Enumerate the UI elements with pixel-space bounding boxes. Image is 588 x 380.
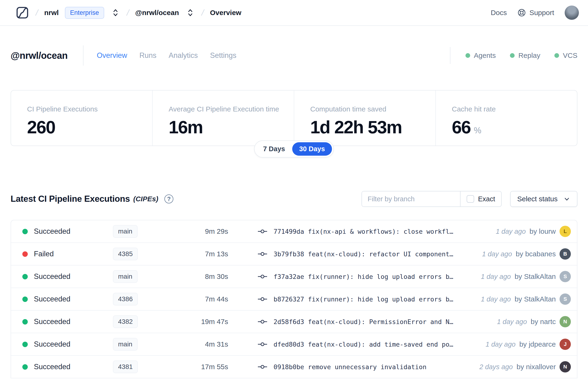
git-commit-icon [258,296,267,303]
support-link[interactable]: Support [517,8,554,17]
status-label: Succeeded [34,340,70,348]
time-ago: 1 day ago [497,318,527,326]
table-row[interactable]: Succeeded main 8m 30s f37a32ae fix(runne… [11,266,577,288]
stat-card-cache-hit-rate: Cache hit rate 66 % [435,91,577,146]
chevron-down-icon [563,195,570,203]
branch-badge[interactable]: main [113,270,138,283]
tab-settings[interactable]: Settings [210,51,236,60]
git-commit-icon [258,341,267,347]
author: by lourw [530,228,556,235]
status-dot [22,274,28,279]
table-row[interactable]: Succeeded 4382 19m 47s 2d58f6d3 feat(nx-… [11,311,577,333]
current-page-name: Overview [210,9,241,17]
time-ago: 1 day ago [482,250,512,258]
branch-filter-input[interactable] [362,191,460,207]
table-row[interactable]: Succeeded main 4m 31s dfed80d3 feat(nx-c… [11,333,577,356]
life-buoy-icon [517,8,526,17]
commit-message[interactable]: 2d58f6d3 feat(nx-cloud): PermissionError… [274,318,453,325]
status-dot [22,319,28,324]
status-label: Succeeded [34,362,70,371]
duration: 9m 29s [167,228,228,235]
tab-analytics[interactable]: Analytics [169,51,198,60]
help-icon[interactable]: ? [164,194,173,203]
workspace-switcher-button[interactable] [185,6,195,19]
time-ago: 1 day ago [481,273,511,281]
tab-overview[interactable]: Overview [97,51,127,60]
author-avatar: N [560,361,571,373]
org-switcher-button[interactable] [110,6,121,19]
duration: 4m 31s [167,340,228,348]
duration: 7m 13s [167,250,228,258]
stat-card-ci-pipeline-executions: CI Pipeline Executions 260 [11,91,152,146]
workspace-tabs: Overview Runs Analytics Settings [97,51,236,60]
exact-match-toggle[interactable]: Exact [460,191,501,207]
feature-agents: Agents [465,52,496,59]
commit-message[interactable]: b8726327 fix(runner): hide log upload er… [274,296,453,303]
branch-filter-group: Exact [361,191,502,207]
time-ago: 1 day ago [486,341,515,348]
duration: 8m 30s [167,272,228,281]
green-status-dot [465,53,470,58]
feature-status-group: Agents Replay VCS [450,47,577,64]
time-ago: 2 days ago [479,363,513,371]
author: by nartc [531,318,556,326]
cipe-table: Succeeded main 9m 29s 771499da fix(nx-ap… [11,220,577,378]
branch-badge[interactable]: 4382 [113,315,138,328]
status-label: Succeeded [34,295,70,303]
user-avatar[interactable] [565,5,579,20]
author-avatar: S [560,293,571,305]
support-label: Support [530,9,554,17]
author: by bcabanes [516,250,556,258]
git-commit-icon [258,273,267,280]
git-commit-icon [258,251,267,257]
toggle-30-days[interactable]: 30 Days [292,142,332,156]
enterprise-badge: Enterprise [65,7,104,19]
table-row[interactable]: Succeeded 4381 17m 55s 0918b0be remove u… [11,356,577,378]
author: by StalkAltan [515,272,556,281]
commit-message[interactable]: 771499da fix(nx-api & workflows): close … [274,228,453,235]
status-dot [22,364,28,370]
author-avatar: N [560,316,571,327]
stats-card-row: CI Pipeline Executions 260 Average CI Pi… [11,90,577,146]
commit-message[interactable]: f37a32ae fix(runner): hide log upload er… [274,273,453,280]
table-row[interactable]: Failed 4385 7m 13s 3b79fb38 feat(nx-clou… [11,243,577,266]
nx-cloud-logo-icon[interactable] [15,5,30,20]
branch-badge[interactable]: main [113,225,138,238]
branch-badge[interactable]: 4381 [113,361,138,373]
author-avatar: J [560,339,571,350]
section-title: Latest CI Pipeline Executions [11,194,130,204]
author: by StalkAltan [515,295,556,303]
section-subtitle: (CIPEs) [133,195,158,203]
status-select-dropdown[interactable]: Select status [510,191,577,207]
feature-vcs: VCS [554,52,577,59]
status-label: Succeeded [34,318,70,326]
page-title: @nrwl/ocean [11,50,68,61]
table-row[interactable]: Succeeded main 9m 29s 771499da fix(nx-ap… [11,220,577,243]
commit-message[interactable]: 0918b0be remove unnecessary invalidation [274,363,426,371]
tab-runs[interactable]: Runs [139,51,156,60]
status-dot [22,297,28,302]
topbar-actions: Docs Support [491,5,579,20]
branch-badge[interactable]: main [113,338,138,351]
exact-checkbox[interactable] [467,195,474,203]
commit-message[interactable]: 3b79fb38 feat(nx-cloud): refactor UI com… [274,250,453,258]
exact-label: Exact [478,195,495,203]
time-ago: 1 day ago [496,228,526,235]
table-row[interactable]: Succeeded 4386 7m 44s b8726327 fix(runne… [11,288,577,311]
percent-unit: % [474,126,481,135]
green-status-dot [554,53,559,58]
time-ago: 1 day ago [481,295,511,303]
workspace-name[interactable]: @nrwl/ocean [135,9,179,17]
author-avatar: S [560,271,571,282]
branch-badge[interactable]: 4386 [113,293,138,305]
commit-message[interactable]: dfed80d3 feat(nx-cloud): add time-saved … [274,341,453,348]
status-label: Succeeded [34,272,70,281]
breadcrumb-separator: / [35,8,39,18]
branch-badge[interactable]: 4385 [113,247,138,260]
docs-link[interactable]: Docs [491,9,507,17]
status-dot [22,229,28,234]
author-avatar: B [560,248,571,260]
top-navbar: / nrwl Enterprise / @nrwl/ocean / Overvi… [0,0,588,26]
org-name[interactable]: nrwl [44,9,59,17]
toggle-7-days[interactable]: 7 Days [256,142,292,156]
